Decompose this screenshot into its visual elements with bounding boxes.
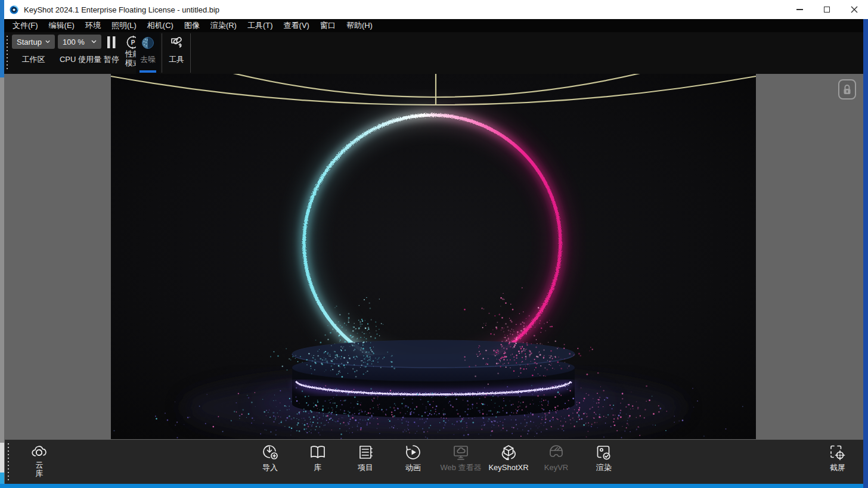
title-bar: KeyShot 2024.1 Enterprise Floating Licen… [4, 0, 868, 19]
bottom-tool-cloud-library[interactable]: 云库 [13, 440, 66, 484]
bottom-tool-library[interactable]: 库 [291, 440, 345, 484]
denoise-active-indicator [140, 70, 156, 73]
menu-edit[interactable]: 编辑(E) [44, 19, 80, 32]
bottom-tool-web-viewer: Web 查看器 [434, 440, 488, 484]
viewport-side-panel-right [756, 74, 863, 439]
tools-icon[interactable] [169, 35, 184, 52]
denoise-button[interactable]: 去噪 [136, 32, 160, 74]
import-icon [262, 444, 278, 461]
web-viewer-icon [452, 444, 470, 461]
denoise-label: 去噪 [136, 54, 160, 65]
screenshot-icon [829, 444, 847, 461]
chevron-down-icon [45, 40, 50, 43]
cpu-usage-label: CPU 使用量 [54, 54, 107, 65]
background-window-edge [0, 443, 4, 473]
menu-bar: 文件(F) 编辑(E) 环境 照明(L) 相机(C) 图像 渲染(R) 工具(T… [4, 19, 863, 32]
menu-window[interactable]: 窗口 [315, 19, 341, 32]
pause-label[interactable]: 暂停 [101, 54, 122, 65]
lock-icon [842, 84, 852, 95]
menu-camera[interactable]: 相机(C) [142, 19, 179, 32]
bottom-toolbar-drag-handle[interactable] [8, 443, 9, 480]
keyshot-window: { "window": { "title": "KeyShot 2024.1 E… [0, 0, 868, 488]
bottom-tool-project[interactable]: 项目 [339, 440, 392, 484]
keyvr-icon [548, 444, 565, 461]
denoise-icon [141, 36, 155, 50]
viewport-area [0, 74, 868, 439]
bottom-tool-import[interactable]: 导入 [243, 440, 297, 484]
cpu-usage-value: 100 % [63, 38, 85, 46]
workspace-label: 工作区 [12, 54, 55, 65]
workspace-dropdown[interactable]: Startup [12, 35, 55, 49]
project-icon [357, 444, 374, 461]
menu-view[interactable]: 查看(V) [278, 19, 315, 32]
tools-label[interactable]: 工具 [162, 54, 191, 65]
chevron-down-icon [91, 40, 97, 43]
background-window-edge [0, 0, 4, 77]
toolbar-drag-handle[interactable] [7, 36, 8, 70]
menu-file[interactable]: 文件(F) [7, 19, 44, 32]
bottom-toolbar: 云库 导入 库 [4, 439, 863, 484]
keyshotxr-icon [500, 444, 517, 461]
bottom-tool-animation[interactable]: 动画 [386, 440, 440, 484]
menu-render[interactable]: 渲染(R) [205, 19, 242, 32]
close-icon[interactable] [841, 0, 868, 19]
minimize-icon[interactable] [786, 0, 813, 19]
keyshot-logo-icon [10, 5, 18, 14]
menu-help[interactable]: 帮助(H) [341, 19, 378, 32]
viewport-side-panel-left [4, 74, 111, 439]
bottom-tool-keyvr: KeyVR [529, 440, 583, 484]
background-window-edge [0, 484, 863, 488]
bottom-tool-screenshot[interactable]: 截屏 [811, 440, 864, 484]
camera-lock-button[interactable] [838, 79, 856, 100]
realtime-render-view[interactable] [111, 74, 756, 439]
cloud-library-label: 云库 [36, 461, 44, 478]
window-title: KeyShot 2024.1 Enterprise Floating Licen… [24, 5, 219, 14]
maximize-icon[interactable] [813, 0, 841, 19]
menu-environment[interactable]: 环境 [80, 19, 106, 32]
pause-icon[interactable] [106, 36, 117, 51]
workspace-value: Startup [17, 38, 42, 46]
animation-icon [405, 444, 421, 461]
menu-lighting[interactable]: 照明(L) [106, 19, 142, 32]
cpu-usage-dropdown[interactable]: 100 % [58, 35, 101, 49]
library-icon [309, 444, 327, 461]
bottom-tool-render[interactable]: 渲染 [577, 440, 631, 484]
render-icon [596, 444, 612, 461]
cloud-library-icon [30, 444, 48, 461]
bottom-tool-keyshotxr[interactable]: KeyShotXR [482, 440, 535, 484]
top-toolbar: Startup 工作区 100 % CPU 使用量 暂停 P 性能模式 [4, 32, 863, 74]
menu-tools[interactable]: 工具(T) [242, 19, 278, 32]
svg-text:P: P [131, 39, 135, 46]
menu-image[interactable]: 图像 [179, 19, 205, 32]
